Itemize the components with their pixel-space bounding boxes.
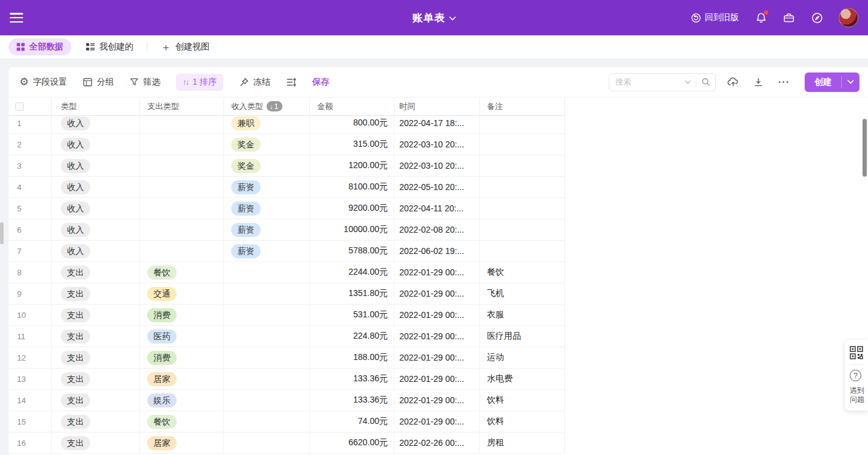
cell-amount[interactable]: 224.80元 — [310, 326, 394, 347]
cell-time[interactable]: 2022-01-29 00:... — [394, 411, 480, 432]
create-button-label[interactable]: 创建 — [805, 72, 841, 92]
column-header-time[interactable]: 时间 — [394, 97, 480, 115]
cell-note[interactable]: 运动 — [480, 347, 565, 368]
cell-note[interactable]: 飞机 — [480, 283, 565, 304]
cell-amount[interactable]: 6620.00元 — [310, 432, 394, 453]
cell-income-type[interactable] — [224, 326, 310, 347]
cell-time[interactable]: 2022-04-17 18:... — [394, 116, 480, 133]
cell-type[interactable]: 支出 — [52, 262, 140, 283]
cell-amount[interactable]: 800.00元 — [310, 116, 394, 133]
cell-note[interactable]: 饮料 — [480, 390, 565, 411]
qr-code-icon[interactable] — [850, 346, 863, 359]
column-header-note[interactable]: 备注 — [480, 97, 565, 115]
cell-note[interactable]: 水电费 — [480, 369, 565, 389]
cell-type[interactable]: 收入 — [52, 198, 140, 219]
cell-expense-type[interactable] — [140, 198, 224, 219]
cell-note[interactable]: 餐饮 — [480, 262, 565, 283]
cell-type[interactable]: 支出 — [52, 326, 140, 347]
cell-time[interactable]: 2022-02-26 00:... — [394, 432, 480, 453]
back-to-old-version-button[interactable]: 回到旧版 — [691, 12, 739, 23]
cell-income-type[interactable]: 薪资 — [224, 177, 310, 197]
cell-note[interactable] — [480, 219, 565, 240]
cell-time[interactable]: 2022-01-29 00:... — [394, 390, 480, 411]
search-input[interactable]: 搜索 — [609, 73, 716, 91]
cell-income-type[interactable]: 薪资 — [224, 198, 310, 219]
cell-type[interactable]: 收入 — [52, 241, 140, 261]
cell-amount[interactable]: 5788.00元 — [310, 241, 394, 261]
cell-note[interactable]: 医疗用品 — [480, 326, 565, 347]
sort-button[interactable]: ↑↓ 1 排序 — [176, 74, 223, 91]
cell-income-type[interactable] — [224, 411, 310, 432]
cell-amount[interactable]: 9200.00元 — [310, 198, 394, 219]
cell-income-type[interactable] — [224, 347, 310, 368]
table-row[interactable]: 11支出医药224.80元2022-01-29 00:...医疗用品 — [9, 326, 565, 347]
cell-income-type[interactable]: 薪资 — [224, 219, 310, 240]
cell-time[interactable]: 2022-01-29 00:... — [394, 262, 480, 283]
download-button[interactable] — [752, 76, 765, 88]
table-row[interactable]: 7收入薪资5788.00元2022-06-02 19:... — [9, 241, 565, 262]
field-settings-button[interactable]: ⚙ 字段设置 — [19, 76, 67, 88]
cell-amount[interactable]: 10000.00元 — [310, 219, 394, 240]
workspace-button[interactable] — [783, 12, 795, 24]
cell-note[interactable] — [480, 198, 565, 219]
cell-expense-type[interactable]: 居家 — [140, 369, 224, 389]
group-button[interactable]: 分组 — [83, 77, 114, 88]
cell-note[interactable] — [480, 155, 565, 176]
menu-icon[interactable] — [10, 13, 23, 23]
cell-amount[interactable]: 133.36元 — [310, 390, 394, 411]
search-icon[interactable] — [701, 77, 710, 86]
cell-time[interactable]: 2022-02-08 20:... — [394, 219, 480, 240]
table-row[interactable]: 4收入薪资8100.00元2022-05-10 20:... — [9, 177, 565, 198]
cell-expense-type[interactable] — [140, 116, 224, 133]
row-height-button[interactable] — [286, 77, 296, 87]
cell-income-type[interactable]: 奖金 — [224, 155, 310, 176]
cell-income-type[interactable]: 薪资 — [224, 241, 310, 261]
cell-expense-type[interactable] — [140, 177, 224, 197]
cell-amount[interactable]: 188.00元 — [310, 347, 394, 368]
cell-income-type[interactable]: 奖金 — [224, 134, 310, 155]
cell-type[interactable]: 支出 — [52, 390, 140, 411]
cell-income-type[interactable]: 兼职 — [224, 116, 310, 133]
cell-time[interactable]: 2022-01-29 00:... — [394, 369, 480, 389]
cell-amount[interactable]: 2244.00元 — [310, 262, 394, 283]
create-button[interactable]: 创建 — [805, 72, 859, 92]
cell-amount[interactable]: 1351.80元 — [310, 283, 394, 304]
cell-expense-type[interactable] — [140, 241, 224, 261]
cell-type[interactable]: 支出 — [52, 283, 140, 304]
cell-time[interactable]: 2022-06-02 19:... — [394, 241, 480, 261]
cell-type[interactable]: 支出 — [52, 432, 140, 453]
cell-note[interactable] — [480, 116, 565, 133]
column-header-income-type[interactable]: 收入类型 ↓1 — [224, 97, 310, 115]
cell-time[interactable]: 2022-03-10 20:... — [394, 155, 480, 176]
cell-time[interactable]: 2022-04-11 20:... — [394, 198, 480, 219]
cell-expense-type[interactable] — [140, 134, 224, 155]
cell-note[interactable] — [480, 241, 565, 261]
cell-income-type[interactable] — [224, 262, 310, 283]
left-scrollbar[interactable] — [0, 222, 4, 244]
cell-type[interactable]: 支出 — [52, 305, 140, 325]
upload-button[interactable] — [727, 76, 739, 88]
cell-income-type[interactable] — [224, 432, 310, 453]
table-row[interactable]: 2收入奖金315.00元2022-03-10 20:... — [9, 134, 565, 155]
table-row[interactable]: 3收入奖金1200.00元2022-03-10 20:... — [9, 155, 565, 177]
help-widget[interactable]: ? 遇到问题 — [845, 340, 868, 411]
cell-type[interactable]: 收入 — [52, 116, 140, 133]
notifications-button[interactable] — [755, 12, 767, 24]
cell-type[interactable]: 支出 — [52, 411, 140, 432]
cell-type[interactable]: 收入 — [52, 219, 140, 240]
table-row[interactable]: 5收入薪资9200.00元2022-04-11 20:... — [9, 198, 565, 219]
table-row[interactable]: 9支出交通1351.80元2022-01-29 00:...飞机 — [9, 283, 565, 305]
cell-expense-type[interactable] — [140, 219, 224, 240]
column-header-amount[interactable]: 金额 — [310, 97, 394, 115]
cell-income-type[interactable] — [224, 369, 310, 389]
cell-income-type[interactable] — [224, 390, 310, 411]
table-row[interactable]: 8支出餐饮2244.00元2022-01-29 00:...餐饮 — [9, 262, 565, 283]
column-header-expense-type[interactable]: 支出类型 — [140, 97, 224, 115]
table-row[interactable]: 6收入薪资10000.00元2022-02-08 20:... — [9, 219, 565, 241]
table-row[interactable]: 1收入兼职800.00元2022-04-17 18:... — [9, 116, 565, 134]
cell-time[interactable]: 2022-01-29 00:... — [394, 326, 480, 347]
cell-expense-type[interactable]: 餐饮 — [140, 411, 224, 432]
table-row[interactable]: 13支出居家133.36元2022-01-29 00:...水电费 — [9, 369, 565, 390]
cell-amount[interactable]: 8100.00元 — [310, 177, 394, 197]
cell-time[interactable]: 2022-05-10 20:... — [394, 177, 480, 197]
